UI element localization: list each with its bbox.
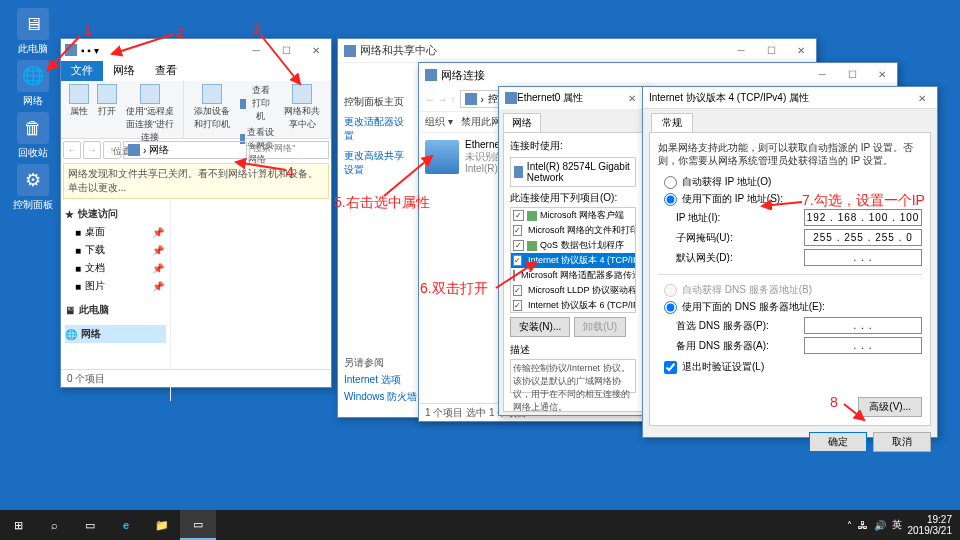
desktop-icon-thispc[interactable]: 🖥此电脑 [8, 8, 58, 56]
see-also-label: 另请参阅 [344, 356, 417, 370]
dns2-input[interactable]: . . . [804, 337, 922, 354]
tray-network-icon[interactable]: 🖧 [858, 520, 868, 531]
tab-network[interactable]: 网络 [103, 61, 145, 81]
nav-network[interactable]: 🌐 网络 [65, 325, 166, 343]
minimize-button[interactable]: ─ [807, 63, 837, 85]
adapter-icon [425, 140, 459, 174]
tab-view[interactable]: 查看 [145, 61, 187, 81]
close-button[interactable]: ✕ [907, 87, 937, 109]
system-tray: ˄ 🖧 🔊 英 19:27 2019/3/21 [847, 514, 961, 536]
nav-thispc[interactable]: 🖥 此电脑 [65, 301, 166, 319]
protocol-item[interactable]: ✓Microsoft 网络客户端 [511, 208, 635, 223]
tray-clock[interactable]: 19:27 2019/3/21 [908, 514, 953, 536]
cancel-button[interactable]: 取消 [873, 432, 931, 452]
install-button[interactable]: 安装(N)... [510, 317, 570, 337]
desktop-icon-network[interactable]: 🌐网络 [8, 60, 58, 108]
nav-quick-access[interactable]: ★ 快速访问 [65, 205, 166, 223]
network-icon [128, 144, 140, 156]
adapter-icon [505, 92, 517, 104]
address-path[interactable]: › 网络 [123, 141, 247, 159]
control-panel-home-link[interactable]: 控制面板主页 [344, 95, 410, 109]
close-button[interactable]: ✕ [867, 63, 897, 85]
dns1-label: 首选 DNS 服务器(P): [676, 319, 804, 333]
protocol-item[interactable]: ✓QoS 数据包计划程序 [511, 238, 635, 253]
protocol-item[interactable]: Microsoft 网络适配器多路传送器协议 [511, 268, 635, 283]
search-button[interactable]: ⌕ [36, 510, 72, 540]
description-label: 描述 [510, 343, 636, 357]
taskbar-app[interactable]: ▭ [180, 510, 216, 540]
up-button[interactable]: ↑ [103, 141, 121, 159]
uninstall-button[interactable]: 卸载(U) [574, 317, 626, 337]
dns1-input[interactable]: . . . [804, 317, 922, 334]
tab-general[interactable]: 常规 [651, 113, 693, 132]
advanced-sharing-link[interactable]: 更改高级共享设置 [344, 149, 410, 177]
desktop-icon-controlpanel[interactable]: ⚙控制面板 [8, 164, 58, 212]
forward-button[interactable]: → [83, 141, 101, 159]
ip-input[interactable]: 192 . 168 . 100 . 100 [804, 209, 922, 226]
taskview-button[interactable]: ▭ [72, 510, 108, 540]
recycle-icon: 🗑 [17, 112, 49, 144]
gateway-label: 默认网关(D): [676, 251, 804, 265]
search-input[interactable]: 搜索"网络" [249, 141, 329, 159]
protocol-list[interactable]: ✓Microsoft 网络客户端✓Microsoft 网络的文件和打印机共享✓Q… [510, 207, 636, 313]
ribbon-open[interactable]: 打开 [95, 83, 119, 145]
advanced-button[interactable]: 高级(V)... [858, 397, 922, 417]
organize-menu[interactable]: 组织 ▾ [425, 115, 453, 129]
mask-input[interactable]: 255 . 255 . 255 . 0 [804, 229, 922, 246]
back-button[interactable]: ← [63, 141, 81, 159]
maximize-button[interactable]: ☐ [837, 63, 867, 85]
close-button[interactable]: ✕ [301, 39, 331, 61]
minimize-button[interactable]: ─ [726, 39, 756, 61]
nav-pictures[interactable]: ■ 图片📌 [65, 277, 166, 295]
tray-volume-icon[interactable]: 🔊 [874, 520, 886, 531]
window-title: 网络连接 [441, 68, 485, 83]
radio-manual-ip[interactable]: 使用下面的 IP 地址(S): [664, 192, 922, 206]
ribbon-tabs: 文件 网络 查看 [61, 61, 331, 81]
ipv4-titlebar[interactable]: Internet 协议版本 4 (TCP/IPv4) 属性 [643, 87, 937, 109]
protocol-item[interactable]: ✓Microsoft LLDP 协议驱动程序 [511, 283, 635, 298]
network-icon: 🌐 [17, 60, 49, 92]
taskbar-ie[interactable]: e [108, 510, 144, 540]
monitor-icon: 🖥 [17, 8, 49, 40]
ribbon-properties[interactable]: 属性 [67, 83, 91, 145]
items-list-label: 此连接使用下列项目(O): [510, 191, 636, 205]
taskbar-explorer[interactable]: 📁 [144, 510, 180, 540]
maximize-button[interactable]: ☐ [756, 39, 786, 61]
close-button[interactable]: ✕ [786, 39, 816, 61]
tab-network[interactable]: 网络 [503, 113, 541, 132]
desktop-icon-label: 回收站 [18, 147, 48, 158]
dialog-title: Ethernet0 属性 [517, 91, 583, 105]
minimize-button[interactable]: ─ [241, 39, 271, 61]
tab-file[interactable]: 文件 [61, 61, 103, 81]
firewall-link[interactable]: Windows 防火墙 [344, 390, 417, 404]
nav-downloads[interactable]: ■ 下载📌 [65, 241, 166, 259]
network-icon [65, 44, 77, 56]
info-bar[interactable]: 网络发现和文件共享已关闭。看不到网络计算机和设备。单击以更改... [63, 163, 329, 199]
ribbon-rdp[interactable]: 使用"远程桌面连接"进行连接 [123, 83, 177, 145]
ribbon-view-printers[interactable]: 查看打印机 [238, 83, 276, 124]
change-adapter-link[interactable]: 更改适配器设置 [344, 115, 410, 143]
radio-auto-ip[interactable]: 自动获得 IP 地址(O) [664, 175, 922, 189]
tray-lang[interactable]: 英 [892, 518, 902, 532]
validate-checkbox[interactable]: 退出时验证设置(L) [664, 360, 922, 374]
ipv4-properties-dialog: Internet 协议版本 4 (TCP/IPv4) 属性 ✕ 常规 如果网络支… [642, 86, 938, 438]
nsc-sidebar: 控制面板主页 更改适配器设置 更改高级共享设置 [338, 89, 416, 189]
gateway-input[interactable]: . . . [804, 249, 922, 266]
maximize-button[interactable]: ☐ [271, 39, 301, 61]
tray-chevron-icon[interactable]: ˄ [847, 520, 852, 531]
window-controls: ─ ☐ ✕ [241, 39, 331, 61]
status-bar: 0 个项目 [61, 369, 331, 387]
desktop-icon-label: 控制面板 [13, 199, 53, 210]
protocol-item[interactable]: ✓Internet 协议版本 6 (TCP/IPv6) [511, 298, 635, 313]
protocol-item[interactable]: ✓Microsoft 网络的文件和打印机共享 [511, 223, 635, 238]
desktop-icon-recycle[interactable]: 🗑回收站 [8, 112, 58, 160]
ok-button[interactable]: 确定 [809, 432, 867, 452]
annotation-3: 3 [252, 20, 260, 36]
internet-options-link[interactable]: Internet 选项 [344, 373, 417, 387]
nav-desktop[interactable]: ■ 桌面📌 [65, 223, 166, 241]
network-icon [425, 69, 437, 81]
radio-manual-dns[interactable]: 使用下面的 DNS 服务器地址(E): [664, 300, 922, 314]
start-button[interactable]: ⊞ [0, 510, 36, 540]
nav-documents[interactable]: ■ 文档📌 [65, 259, 166, 277]
protocol-item[interactable]: ✓Internet 协议版本 4 (TCP/IPv4) [511, 253, 635, 268]
